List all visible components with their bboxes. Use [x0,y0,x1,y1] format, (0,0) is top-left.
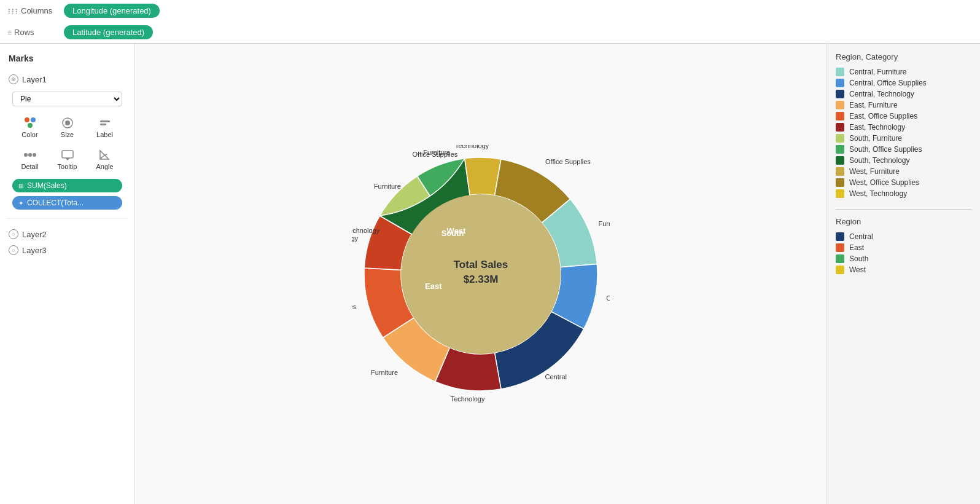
svg-marker-11 [65,158,70,160]
region-category-legend: Region, Category Central, Furniture Cent… [836,52,971,199]
marks-title: Marks [0,50,134,69]
legend-item-west-tech[interactable]: West, Technology [836,188,971,199]
mark-type-select[interactable]: Pie Bar Line Circle [12,92,122,106]
legend-item-east-tech[interactable]: East, Technology [836,122,971,133]
legend-item-east-office[interactable]: East, Office Supplies [836,111,971,122]
outer-label-11: Office Supplies [413,150,458,157]
swatch-west-tech [836,189,844,198]
outer-label-3: Furniture [598,219,610,227]
outer-label-0: Technology [352,226,380,234]
tooltip-icon [61,148,74,162]
svg-point-4 [65,120,70,125]
columns-label: ⫶⫶⫶ Columns [7,6,56,15]
svg-point-7 [28,153,32,157]
region-label-2: East [425,282,442,291]
svg-point-8 [24,153,28,157]
outer-label-5: Central [545,373,567,380]
swatch-south-furn [836,134,844,143]
color-button[interactable]: Color [12,112,47,142]
sum-sales-pill[interactable]: ⊞ SUM(Sales) [12,179,122,192]
swatch-east-furn [836,101,844,109]
swatch-south-office [836,145,844,154]
region-label-3: South [441,228,464,237]
layer2-label: Layer2 [22,230,47,239]
layer2-expand-icon: ○ [9,229,18,239]
swatch-region-central [836,232,844,241]
mark-type-row: Pie Bar Line Circle [12,92,122,106]
detail-button[interactable]: Detail [12,144,47,174]
swatch-region-west [836,266,844,274]
size-button[interactable]: Size [50,112,85,142]
layer2-item[interactable]: ○ Layer2 [0,226,134,242]
main-area: Marks ⊕ Layer1 Pie Bar Line Circle [0,44,980,504]
layer1-header[interactable]: ⊕ Layer1 [6,72,128,87]
swatch-west-office [836,178,844,187]
top-bar: ⫶⫶⫶ Columns Longitude (generated) ≡ Rows… [0,0,980,44]
layer3-label: Layer3 [22,246,47,255]
legend-region-west[interactable]: West [836,264,971,275]
legend-item-south-tech[interactable]: South, Technology [836,155,971,166]
chart-area: TechnologyFurnitureOffice SuppliesFurnit… [135,44,826,504]
columns-pill[interactable]: Longitude (generated) [64,4,160,18]
swatch-east-tech [836,123,844,132]
detail-label: Detail [21,163,38,170]
pie-chart: TechnologyFurnitureOffice SuppliesFurnit… [352,145,610,403]
layer1-label: Layer1 [22,75,47,84]
rows-label: ≡ Rows [7,28,56,37]
outer-label-6: Technology [451,395,485,402]
outer-label-4: Office Supplies [606,294,610,301]
swatch-region-east [836,243,844,252]
swatch-east-office [836,112,844,120]
angle-button[interactable]: Angle [87,144,122,174]
layer3-item[interactable]: ○ Layer3 [0,242,134,258]
legend-item-west-furn[interactable]: West, Furniture [836,166,971,177]
sum-icon: ⊞ [18,183,23,189]
svg-rect-6 [100,124,106,125]
center-title: Total Sales [454,259,508,270]
columns-row: ⫶⫶⫶ Columns Longitude (generated) [0,0,980,22]
svg-point-1 [31,117,36,122]
color-label: Color [21,131,37,138]
swatch-central-tech [836,90,844,98]
legend-divider [836,209,971,210]
detail-icon [23,148,37,162]
legend-item-central-furn[interactable]: Central, Furniture [836,66,971,77]
svg-point-2 [28,123,33,128]
layer1-block: ⊕ Layer1 Pie Bar Line Circle [0,69,134,226]
marks-controls: Pie Bar Line Circle Color [6,87,128,219]
legend-region-south[interactable]: South [836,253,971,264]
outer-label-8: Office Supplies [352,303,357,310]
size-label: Size [61,131,74,138]
marks-buttons: Color Size Label [12,112,122,174]
svg-rect-10 [62,151,73,158]
region-category-title: Region, Category [836,52,971,61]
tooltip-label: Tooltip [58,163,77,170]
legend-panel: Region, Category Central, Furniture Cent… [826,44,980,504]
legend-item-south-office[interactable]: South, Office Supplies [836,144,971,155]
outer-label-9: Technology [352,234,359,242]
swatch-west-furn [836,167,844,176]
rows-row: ≡ Rows Latitude (generated) [0,22,980,43]
swatch-central-furn [836,68,844,76]
pie-wrapper: TechnologyFurnitureOffice SuppliesFurnit… [352,145,610,403]
label-icon [98,116,112,130]
collect-pill[interactable]: ✦ COLLECT(Tota... [12,196,122,210]
tooltip-button[interactable]: Tooltip [50,144,85,174]
legend-item-south-furn[interactable]: South, Furniture [836,133,971,144]
label-label: Label [96,131,113,138]
color-icon [23,116,37,130]
svg-rect-5 [100,120,110,122]
legend-item-east-furn[interactable]: East, Furniture [836,100,971,111]
legend-item-central-office[interactable]: Central, Office Supplies [836,77,971,89]
swatch-south-tech [836,156,844,165]
layer3-expand-icon: ○ [9,245,18,255]
label-button[interactable]: Label [87,112,122,142]
legend-item-west-office[interactable]: West, Office Supplies [836,177,971,188]
swatch-region-south [836,254,844,263]
rows-pill[interactable]: Latitude (generated) [64,25,153,39]
legend-region-east[interactable]: East [836,242,971,253]
legend-item-central-tech[interactable]: Central, Technology [836,89,971,100]
sidebar: Marks ⊕ Layer1 Pie Bar Line Circle [0,44,135,504]
legend-region-central[interactable]: Central [836,231,971,242]
outer-label-12: Technology [455,145,489,149]
